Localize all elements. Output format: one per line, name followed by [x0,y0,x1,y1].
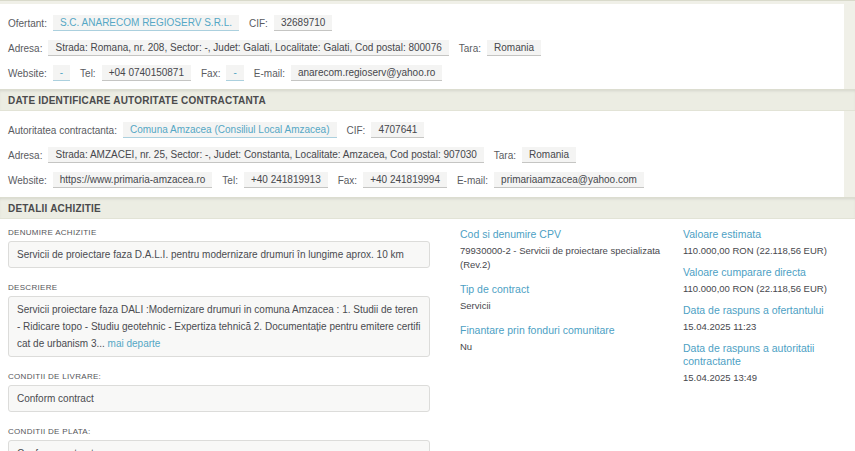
authority-website-label: Website: [8,175,47,186]
eu-funding-heading: Finantare prin fonduri comunitare [460,324,665,337]
bidder-email-value: anarecom.regioserv@yahoo.ro [291,65,442,81]
bidder-cif-label: CIF: [249,18,268,29]
bidder-website-label: Website: [8,68,47,79]
payment-conditions-box: Conform contract [8,440,430,451]
bidder-email-label: E-mail: [254,68,285,79]
authority-cif-label: CIF: [347,125,366,136]
bidder-address-label: Adresa: [8,43,42,54]
bidder-country-label: Tara: [459,43,481,54]
bidder-tel-label: Tel: [80,68,96,79]
bidder-name-link[interactable]: S.C. ANARECOM REGIOSERV S.R.L. [53,15,239,31]
bidder-address-value: Strada: Romana, nr. 208, Sector: -, Jude… [48,40,448,56]
details-section-header: DETALII ACHIZITIE [0,197,855,219]
authority-response-date: 15.04.2025 13:49 [683,371,855,385]
direct-purchase-value-group: Valoare cumparare directa 110.000,00 RON… [683,266,855,296]
bidder-website-link[interactable]: - [53,65,70,81]
authority-address-label: Adresa: [8,150,42,161]
direct-purchase-value-heading: Valoare cumparare directa [683,266,855,279]
estimated-value-heading: Valoare estimata [683,228,855,241]
authority-panel: Autoritatea contractanta: Comuna Amzacea… [0,111,844,197]
details-right-column: Valoare estimata 110.000,00 RON (22.118,… [683,228,855,451]
authority-response-date-group: Data de raspuns a autoritatii contractan… [683,342,855,385]
contract-type-value: Servicii [460,299,665,313]
authority-address-row: Adresa: Strada: AMZACEI, nr. 25, Sector:… [8,147,836,163]
authority-contact-row: Website: https://www.primaria-amzacea.ro… [8,172,836,188]
authority-name-row: Autoritatea contractanta: Comuna Amzacea… [8,122,836,138]
description-label: DESCRIERE [8,283,430,292]
authority-tel-label: Tel: [222,175,238,186]
estimated-value-group: Valoare estimata 110.000,00 RON (22.118,… [683,228,855,258]
details-left-column: DENUMIRE ACHIZITIE Servicii de proiectar… [8,228,430,451]
delivery-conditions-label: CONDITII DE LIVRARE: [8,372,430,381]
bidder-contact-row: Website: - Tel: +04 0740150871 Fax: - E-… [8,65,836,81]
bidder-label: Ofertant: [8,18,47,29]
authority-fax-label: Fax: [338,175,357,186]
delivery-conditions-box: Conform contract [8,385,430,412]
bidder-fax-label: Fax: [201,68,220,79]
bidder-fax-value[interactable]: - [226,65,243,81]
bidder-response-date-group: Data de raspuns a ofertantului 15.04.202… [683,304,855,334]
bidder-response-date: 15.04.2025 11:23 [683,320,855,334]
read-more-link[interactable]: mai departe [108,338,161,349]
authority-address-value: Strada: AMZACEI, nr. 25, Sector: -, Jude… [48,147,483,163]
bidder-name-row: Ofertant: S.C. ANARECOM REGIOSERV S.R.L.… [8,15,836,31]
description-box: Servicii proiectare faza DALI :Moderniza… [8,296,430,357]
authority-name-link[interactable]: Comuna Amzacea (Consiliul Local Amzacea) [123,122,337,138]
bidder-tel-value: +04 0740150871 [102,65,191,81]
details-middle-column: Cod si denumire CPV 79930000-2 - Servici… [460,228,665,451]
cpv-value: 79930000-2 - Servicii de proiectare spec… [460,244,665,272]
cpv-heading: Cod si denumire CPV [460,228,665,241]
authority-email-value: primariaamzacea@yahoo.com [494,172,644,188]
authority-country-value: Romania [522,147,576,163]
authority-response-date-heading: Data de raspuns a autoritatii contractan… [683,342,855,368]
direct-purchase-value: 110.000,00 RON (22.118,56 EUR) [683,282,855,296]
authority-email-label: E-mail: [457,175,488,186]
bidder-panel: Ofertant: S.C. ANARECOM REGIOSERV S.R.L.… [0,4,844,89]
authority-cif-value: 4707641 [371,122,424,138]
authority-section-header: DATE IDENTIFICARE AUTORITATE CONTRACTANT… [0,89,855,111]
authority-website-value: https://www.primaria-amzacea.ro [53,172,213,188]
bidder-country-value: Romania [487,40,541,56]
contract-type-group: Tip de contract Servicii [460,283,665,313]
authority-country-label: Tara: [494,150,516,161]
payment-conditions-label: CONDITII DE PLATA: [8,427,430,436]
authority-label: Autoritatea contractanta: [8,125,117,136]
authority-fax-value: +40 241819994 [363,172,447,188]
contract-type-heading: Tip de contract [460,283,665,296]
cpv-group: Cod si denumire CPV 79930000-2 - Servici… [460,228,665,272]
eu-funding-value: Nu [460,340,665,354]
eu-funding-group: Finantare prin fonduri comunitare Nu [460,324,665,354]
description-text: Servicii proiectare faza DALI :Moderniza… [17,304,421,349]
upper-page-region: Ofertant: S.C. ANARECOM REGIOSERV S.R.L.… [0,0,855,219]
acquisition-name-box: Servicii de proiectare faza D.A.L.I. pen… [8,241,430,268]
acquisition-name-label: DENUMIRE ACHIZITIE [8,228,430,237]
acquisition-details: DENUMIRE ACHIZITIE Servicii de proiectar… [0,219,855,451]
estimated-value: 110.000,00 RON (22.118,56 EUR) [683,244,855,258]
bidder-response-date-heading: Data de raspuns a ofertantului [683,304,855,317]
bidder-cif-value: 32689710 [274,15,333,31]
bidder-address-row: Adresa: Strada: Romana, nr. 208, Sector:… [8,40,836,56]
authority-tel-value: +40 241819913 [244,172,328,188]
